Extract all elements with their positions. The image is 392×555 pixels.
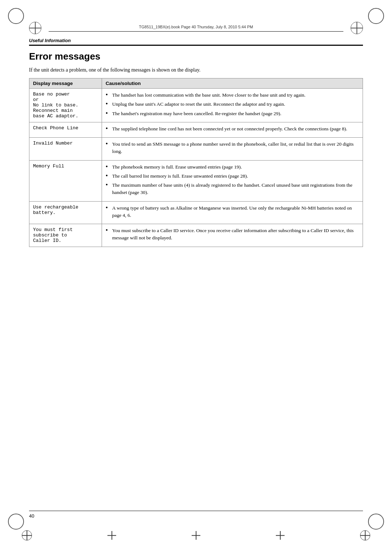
corner-circle-tr <box>368 8 384 24</box>
display-message-cell: You must first subscribe to Caller ID. <box>29 224 102 247</box>
cause-solution-cell: You tried to send an SMS message to a ph… <box>102 138 363 161</box>
section-divider <box>29 45 363 46</box>
cause-solution-cell: The handset has lost communication with … <box>102 89 363 122</box>
display-message-cell: Base no power or No link to base. Reconn… <box>29 89 102 122</box>
table-row: Base no power or No link to base. Reconn… <box>29 89 363 122</box>
cause-item: The call barred list memory is full. Era… <box>106 173 359 180</box>
corner-circle-bl <box>8 514 24 530</box>
display-message-cell: Memory Full <box>29 160 102 201</box>
cause-item: You tried to send an SMS message to a ph… <box>106 141 359 155</box>
cause-item: The maximum number of base units (4) is … <box>106 182 359 197</box>
top-right-reg-mark <box>351 22 363 34</box>
cause-item: The handset's registration may have been… <box>106 110 359 117</box>
cause-item: The phonebook memory is full. Erase unwa… <box>106 163 359 171</box>
bottom-center-left-mark <box>107 531 116 540</box>
cause-solution-cell: You must subscribe to a Caller ID servic… <box>102 224 363 247</box>
table-row: Memory FullThe phonebook memory is full.… <box>29 160 363 201</box>
top-left-reg-mark <box>29 22 41 34</box>
table-row: You must first subscribe to Caller ID.Yo… <box>29 224 363 247</box>
error-messages-table: Display message Cause/solution Base no p… <box>29 78 363 247</box>
bottom-center-mark <box>192 531 200 540</box>
page-footer: 40 <box>29 511 363 519</box>
cause-solution-cell: A wrong type of battery such as Alkaline… <box>102 201 363 224</box>
page-container: TG8511_19BX(e).book Page 40 Thursday, Ju… <box>0 0 392 555</box>
page-title: Error messages <box>29 51 363 62</box>
display-message-cell: Use rechargeable battery. <box>29 201 102 224</box>
display-message-cell: Check Phone Line <box>29 122 102 137</box>
col-cause-header: Cause/solution <box>102 78 363 89</box>
page-number: 40 <box>29 513 363 519</box>
cause-solution-cell: The supplied telephone line cord has not… <box>102 122 363 137</box>
cause-item: The handset has lost communication with … <box>106 92 359 99</box>
top-registration-area: TG8511_19BX(e).book Page 40 Thursday, Ju… <box>29 22 363 34</box>
bottom-center-right-mark <box>276 531 285 540</box>
cause-item: A wrong type of battery such as Alkaline… <box>106 204 359 219</box>
intro-text: If the unit detects a problem, one of th… <box>29 67 363 73</box>
section-label: Useful Information <box>29 38 363 43</box>
cause-item: You must subscribe to a Caller ID servic… <box>106 227 359 242</box>
bottom-right-reg-mark: .sunburst-outer { width: 40px; height: 4… <box>360 530 370 540</box>
corner-circle-tl <box>8 8 24 24</box>
file-info: TG8511_19BX(e).book Page 40 Thursday, Ju… <box>49 25 343 32</box>
table-row: Invalid NumberYou tried to send an SMS m… <box>29 138 363 161</box>
bottom-marks-area: .sunburst-outer { width: 40px; height: 4… <box>0 530 392 540</box>
cause-item: The supplied telephone line cord has not… <box>106 125 359 133</box>
corner-circle-br <box>368 514 384 530</box>
table-row: Use rechargeable battery.A wrong type of… <box>29 201 363 224</box>
cause-item: Unplug the base unit's AC adaptor to res… <box>106 101 359 108</box>
table-row: Check Phone LineThe supplied telephone l… <box>29 122 363 137</box>
bottom-left-reg-mark <box>22 530 32 540</box>
col-display-header: Display message <box>29 78 102 89</box>
cause-solution-cell: The phonebook memory is full. Erase unwa… <box>102 160 363 201</box>
display-message-cell: Invalid Number <box>29 138 102 161</box>
